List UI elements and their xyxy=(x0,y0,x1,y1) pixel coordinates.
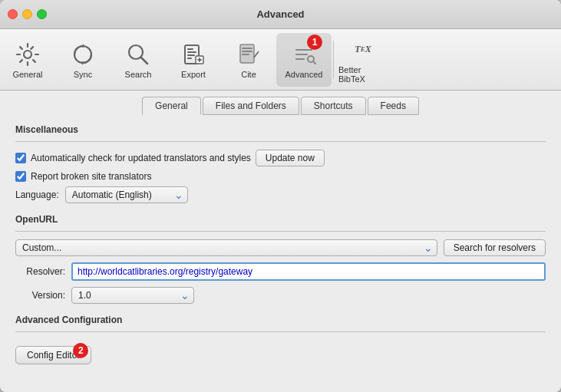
toolbar-label-advanced: Advanced xyxy=(285,70,323,79)
toolbar-separator xyxy=(333,41,334,79)
auto-check-row: Automatically check for updated translat… xyxy=(15,150,546,166)
maximize-button[interactable] xyxy=(37,9,47,19)
export-icon xyxy=(180,41,207,68)
auto-check-checkbox[interactable] xyxy=(15,153,26,163)
toolbar-item-export[interactable]: Export xyxy=(166,33,221,87)
search-resolvers-button[interactable]: Search for resolvers xyxy=(444,239,546,256)
toolbar-item-cite[interactable]: Cite xyxy=(221,33,276,87)
tabs-bar: General Files and Folders Shortcuts Feed… xyxy=(0,91,561,115)
svg-line-2 xyxy=(141,58,147,64)
svg-rect-7 xyxy=(187,58,192,59)
svg-rect-12 xyxy=(242,54,249,55)
openurl-divider xyxy=(15,231,546,232)
close-button[interactable] xyxy=(8,9,18,19)
window-title: Advanced xyxy=(256,8,304,20)
advanced-config-title: Advanced Configuration xyxy=(15,315,546,325)
toolbar-item-general[interactable]: General xyxy=(0,33,55,87)
openurl-custom-row: Custom... ⌄ Search for resolvers xyxy=(15,239,546,256)
svg-point-0 xyxy=(24,51,31,58)
svg-rect-6 xyxy=(187,54,195,56)
toolbar-item-betterbibtex[interactable]: TEX Better BibTeX xyxy=(335,33,391,87)
report-broken-row: Report broken site translators xyxy=(15,171,546,182)
resolver-row: Resolver: xyxy=(15,262,546,281)
language-select[interactable]: Automatic (English) English French Germa… xyxy=(65,186,188,203)
toolbar: General Sync Search xyxy=(0,29,561,91)
toolbar-label-sync: Sync xyxy=(74,70,92,79)
miscellaneous-title: Miscellaneous xyxy=(15,124,546,135)
tab-files-folders[interactable]: Files and Folders xyxy=(203,97,299,115)
toolbar-label-export: Export xyxy=(181,70,206,79)
svg-line-14 xyxy=(313,61,315,64)
titlebar: Advanced xyxy=(0,0,561,29)
tab-general[interactable]: General xyxy=(142,97,201,115)
toolbar-item-search[interactable]: Search xyxy=(111,33,166,87)
window-controls xyxy=(8,9,47,19)
minimize-button[interactable] xyxy=(22,9,32,19)
version-row: Version: 1.0 0.1 ⌄ xyxy=(15,287,546,304)
tab-feeds[interactable]: Feeds xyxy=(368,97,419,115)
language-label: Language: xyxy=(15,189,59,200)
main-window: Advanced General Sync xyxy=(0,0,561,392)
language-row: Language: Automatic (English) English Fr… xyxy=(15,186,546,203)
report-broken-checkbox[interactable] xyxy=(15,171,26,182)
misc-divider xyxy=(15,141,546,142)
resolver-label: Resolver: xyxy=(15,266,65,277)
advanced-badge: 1 xyxy=(307,35,322,50)
svg-rect-5 xyxy=(187,51,196,53)
toolbar-label-general: General xyxy=(12,70,42,79)
update-now-button[interactable]: Update now xyxy=(256,150,325,166)
svg-rect-10 xyxy=(242,48,252,49)
openurl-section: OpenURL Custom... ⌄ Search for resolvers… xyxy=(15,214,546,304)
auto-check-label: Automatically check for updated translat… xyxy=(31,153,251,163)
search-icon xyxy=(124,41,152,68)
language-select-wrapper: Automatic (English) English French Germa… xyxy=(65,186,188,203)
sync-icon xyxy=(69,41,97,68)
bibtex-icon: TEX xyxy=(349,36,377,64)
toolbar-item-sync[interactable]: Sync xyxy=(55,33,111,87)
toolbar-item-advanced[interactable]: 1 Advanced xyxy=(276,33,332,87)
toolbar-label-cite: Cite xyxy=(241,70,256,79)
toolbar-label-betterbibtex: Better BibTeX xyxy=(338,65,388,84)
version-label: Version: xyxy=(15,290,65,301)
miscellaneous-section: Miscellaneous Automatically check for up… xyxy=(15,124,546,203)
tab-shortcuts[interactable]: Shortcuts xyxy=(301,97,366,115)
config-editor-wrapper: Config Editor 2 xyxy=(15,346,91,364)
content-area: Miscellaneous Automatically check for up… xyxy=(0,115,561,392)
svg-rect-4 xyxy=(187,48,193,50)
cite-icon xyxy=(235,41,262,68)
openurl-custom-select[interactable]: Custom... xyxy=(15,239,437,256)
openurl-select-wrapper: Custom... ⌄ xyxy=(15,239,437,256)
advanced-config-section: Advanced Configuration Config Editor 2 xyxy=(15,315,546,364)
toolbar-label-search: Search xyxy=(125,70,152,79)
advanced-config-divider xyxy=(15,331,546,332)
report-broken-label: Report broken site translators xyxy=(31,171,151,182)
version-select-wrapper: 1.0 0.1 ⌄ xyxy=(71,287,194,304)
svg-rect-11 xyxy=(242,51,252,52)
openurl-title: OpenURL xyxy=(15,214,546,225)
version-select[interactable]: 1.0 0.1 xyxy=(71,287,194,304)
resolver-input[interactable] xyxy=(71,262,546,281)
gear-icon xyxy=(14,41,41,68)
